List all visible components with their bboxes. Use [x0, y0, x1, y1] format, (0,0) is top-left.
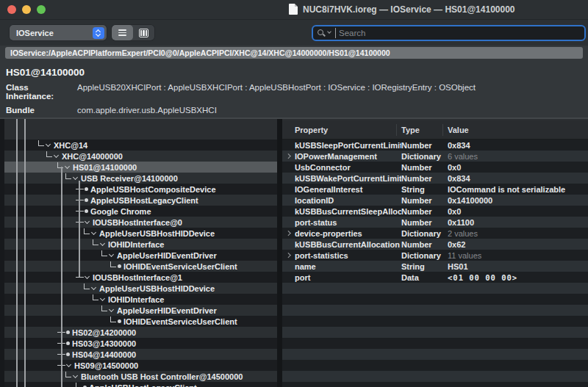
search-menu-chevron-icon[interactable]	[327, 29, 331, 34]
column-view-button[interactable]	[133, 25, 154, 40]
column-header-property[interactable]: Property	[282, 126, 401, 134]
tree-node-label: AppleUSBHostLegacyClient	[90, 196, 198, 205]
pane-divider[interactable]	[277, 119, 282, 387]
tree-elbow-icon	[101, 305, 107, 311]
property-type: Number	[401, 240, 448, 249]
property-row[interactable]: IOPowerManagementDictionary6 values	[282, 151, 588, 162]
tree-node[interactable]: IOHIDInterface	[0, 294, 277, 305]
property-type: Dictionary	[401, 251, 448, 260]
property-row[interactable]: device-propertiesDictionary2 values	[282, 228, 588, 239]
disclosure-chevron-icon[interactable]	[73, 372, 78, 377]
tree-node-label: AppleUserUSBHostHIDDevice	[99, 284, 215, 293]
row-disclosure-icon[interactable]	[282, 231, 295, 235]
property-table-header: Property Type Value	[282, 120, 588, 140]
tree-node-label: IOUSBHostInterface@0	[93, 218, 182, 227]
property-type: String	[401, 185, 448, 194]
property-name: IOGeneralInterest	[295, 185, 401, 194]
property-row[interactable]: UsbConnectorNumber0x0	[282, 162, 588, 173]
column-header-type[interactable]: Type	[396, 124, 440, 136]
row-disclosure-icon[interactable]	[282, 253, 295, 257]
tree-elbow-icon	[110, 317, 116, 322]
disclosure-chevron-icon[interactable]	[91, 229, 96, 234]
property-row[interactable]: kUSBWakePortCurrentLimitNumber0x834	[282, 173, 588, 184]
disclosure-chevron-icon[interactable]	[100, 240, 105, 245]
tree-node[interactable]: IOHIDInterface	[0, 239, 277, 250]
property-row[interactable]: portData<01 00 00 00>	[282, 272, 588, 283]
property-table-pane: Property Type Value kUSBSleepPortCurrent…	[282, 119, 588, 387]
tree-branch-icon	[76, 200, 84, 201]
disclosure-chevron-icon[interactable]	[85, 273, 90, 278]
disclosure-chevron-icon[interactable]	[109, 251, 114, 256]
document-proxy-icon[interactable]	[289, 4, 298, 15]
tree-node[interactable]: AppleUSBHostCompositeDevice	[0, 184, 277, 195]
tree-node-selected[interactable]: HS01@14100000	[0, 162, 277, 173]
empty-row	[282, 283, 588, 294]
leaf-bullet-icon	[85, 209, 88, 213]
property-name: UsbConnector	[295, 163, 401, 172]
empty-row	[282, 371, 588, 382]
tree-node[interactable]: IOUSBHostInterface@0	[0, 217, 277, 228]
property-type: Number	[401, 174, 448, 183]
property-name: kUSBBusCurrentSleepAlloc...	[295, 207, 401, 216]
leaf-bullet-icon	[66, 352, 70, 356]
tree-node[interactable]: IOUSBHostInterface@1	[0, 272, 277, 283]
tree-elbow-icon	[93, 294, 98, 300]
tree-elbow-icon	[93, 239, 98, 245]
tree-node[interactable]: XHC@14	[0, 140, 277, 151]
property-type: Number	[401, 141, 448, 150]
tree-node[interactable]: HS02@14200000	[0, 327, 277, 338]
empty-row	[282, 382, 588, 387]
tree-node[interactable]: AppleUserHIDEventDriver	[0, 250, 277, 261]
disclosure-chevron-icon[interactable]	[46, 141, 51, 146]
property-row[interactable]: port-statisticsDictionary11 values	[282, 250, 588, 261]
tree-node-label: IOUSBHostInterface@1	[93, 273, 182, 282]
device-tree-pane: XHC@14XHC@14000000HS01@14100000USB Recei…	[0, 119, 277, 387]
tree-node[interactable]: XHC@14000000	[0, 151, 277, 162]
zoom-window-button[interactable]	[37, 5, 46, 14]
tree-node[interactable]: AppleUSBHostLegacyClient	[0, 382, 277, 387]
row-disclosure-icon[interactable]	[282, 154, 295, 158]
tree-node[interactable]: AppleUserHIDEventDriver	[0, 305, 277, 316]
tree-elbow-icon	[84, 228, 90, 234]
tree-elbow-icon	[76, 383, 82, 387]
path-bar[interactable]: IOService:/AppleACPIPlatformExpert/PCI0@…	[5, 47, 583, 59]
property-row[interactable]: locationIDNumber0x14100000	[282, 195, 588, 206]
tree-node[interactable]: HS04@14400000	[0, 349, 277, 360]
search-field[interactable]	[312, 25, 586, 41]
empty-row	[282, 305, 588, 316]
property-row[interactable]: nameStringHS01	[282, 261, 588, 272]
tree-node[interactable]: AppleUserUSBHostHIDDevice	[0, 283, 277, 294]
tree-node[interactable]: HS09@14500000	[0, 360, 277, 371]
property-row[interactable]: port-statusNumber0x1100	[282, 217, 588, 228]
disclosure-chevron-icon[interactable]	[100, 295, 105, 300]
disclosure-chevron-icon[interactable]	[85, 218, 90, 223]
close-window-button[interactable]	[7, 5, 16, 14]
disclosure-chevron-icon[interactable]	[66, 361, 71, 366]
property-type: Number	[401, 207, 448, 216]
disclosure-chevron-icon[interactable]	[65, 163, 70, 168]
property-row[interactable]: kUSBSleepPortCurrentLimitNumber0x834	[282, 140, 588, 151]
tree-node[interactable]: Bluetooth USB Host Controller@14500000	[0, 371, 277, 382]
tree-node[interactable]: IOHIDEventServiceUserClient	[0, 261, 277, 272]
disclosure-chevron-icon[interactable]	[54, 152, 59, 157]
disclosure-chevron-icon[interactable]	[109, 306, 114, 311]
property-row[interactable]: IOGeneralInterestStringIOCommand is not …	[282, 184, 588, 195]
search-input[interactable]	[335, 28, 580, 38]
property-value: IOCommand is not serializable	[448, 185, 588, 194]
tree-node[interactable]: USB Receiver@14100000	[0, 173, 277, 184]
tree-node[interactable]: Google Chrome	[0, 206, 277, 217]
plane-selector-popup[interactable]: IOService	[10, 25, 107, 40]
tree-elbow-icon	[38, 140, 44, 146]
property-row[interactable]: kUSBBusCurrentAllocationNumber0x62	[282, 239, 588, 250]
disclosure-chevron-icon[interactable]	[91, 284, 96, 289]
minimize-window-button[interactable]	[22, 5, 31, 14]
list-view-button[interactable]	[112, 25, 133, 40]
disclosure-chevron-icon[interactable]	[73, 174, 78, 179]
column-header-value[interactable]: Value	[442, 124, 588, 136]
tree-node[interactable]: AppleUSBHostLegacyClient	[0, 195, 277, 206]
tree-node[interactable]: HS03@14300000	[0, 338, 277, 349]
tree-node-label: XHC@14	[54, 141, 87, 150]
tree-node[interactable]: AppleUserUSBHostHIDDevice	[0, 228, 277, 239]
property-row[interactable]: kUSBBusCurrentSleepAlloc...Number0x0	[282, 206, 588, 217]
tree-node[interactable]: IOHIDEventServiceUserClient	[0, 316, 277, 327]
